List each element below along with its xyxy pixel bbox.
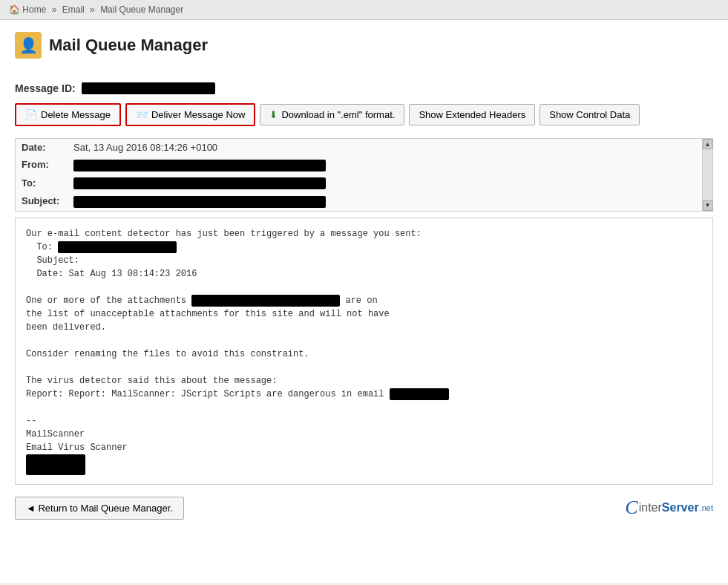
- to-redacted: [73, 177, 326, 189]
- body-line-7: the list of unacceptable attachments for…: [26, 307, 702, 321]
- body-line-12: The virus detector said this about the m…: [26, 374, 702, 388]
- body-line-1: Our e-mail content detector has just bee…: [26, 227, 702, 241]
- mail-icon: 👤: [19, 36, 38, 54]
- body-line-6: One or more of the attachments are on: [26, 294, 702, 307]
- from-redacted: [73, 160, 326, 171]
- email-body-panel: Our e-mail content detector has just bee…: [15, 218, 713, 485]
- message-id-label: Message ID:: [15, 82, 76, 94]
- to-value: [68, 174, 712, 193]
- breadcrumb: 🏠 Home » Email » Mail Queue Manager: [0, 0, 728, 20]
- subject-label: Subject:: [16, 192, 68, 211]
- email-headers-table: Date: Sat, 13 Aug 2016 08:14:26 +0100 Fr…: [16, 139, 712, 211]
- brand-c-icon: C: [625, 497, 637, 519]
- body-footer-redacted: [26, 454, 85, 475]
- deliver-message-button[interactable]: 📨 Deliver Message Now: [125, 103, 255, 126]
- body-line-2: To:: [26, 241, 702, 254]
- show-control-data-button[interactable]: Show Control Data: [540, 104, 640, 125]
- show-extended-headers-button[interactable]: Show Extended Headers: [409, 104, 535, 125]
- scroll-down-arrow[interactable]: ▼: [703, 200, 713, 211]
- subject-value: [68, 192, 712, 211]
- from-label: From:: [16, 156, 68, 174]
- brand-server-text: Server: [662, 501, 699, 514]
- footer-row: ◄ Return to Mail Queue Manager. C interS…: [15, 497, 713, 520]
- page-header: 👤 Mail Queue Manager: [15, 32, 713, 65]
- brand-logo: C interServer.net: [625, 497, 713, 519]
- header-date-row: Date: Sat, 13 Aug 2016 08:14:26 +0100: [16, 139, 712, 156]
- action-buttons: 📄 Delete Message 📨 Deliver Message Now ⬇…: [15, 103, 713, 126]
- body-line-16: MailScanner: [26, 428, 702, 441]
- brand-net-text: .net: [700, 503, 713, 512]
- return-button[interactable]: ◄ Return to Mail Queue Manager.: [15, 497, 184, 520]
- breadcrumb-email-link[interactable]: Email: [62, 4, 85, 15]
- delete-icon: 📄: [25, 109, 37, 120]
- body-report-redacted: [390, 388, 449, 400]
- body-line-11: [26, 361, 702, 374]
- body-line-8: been delivered.: [26, 321, 702, 334]
- subject-redacted: [73, 196, 326, 208]
- scroll-up-arrow[interactable]: ▲: [703, 139, 713, 149]
- breadcrumb-home-icon: 🏠: [9, 4, 20, 15]
- header-from-row: From:: [16, 156, 712, 174]
- email-header-panel: Date: Sat, 13 Aug 2016 08:14:26 +0100 Fr…: [15, 138, 713, 212]
- body-line-15: --: [26, 414, 702, 428]
- deliver-icon: 📨: [136, 109, 148, 120]
- download-eml-button[interactable]: ⬇ Download in ".eml" format.: [260, 104, 404, 125]
- body-attach-redacted: [191, 295, 340, 307]
- body-line-17: Email Virus Scanner: [26, 441, 702, 454]
- body-line-3: Subject:: [26, 254, 702, 267]
- body-line-14: [26, 401, 702, 414]
- body-line-13: Report: Report: MailScanner: JScript Scr…: [26, 388, 702, 401]
- body-line-18: [26, 454, 702, 475]
- body-line-4: Date: Sat Aug 13 08:14:23 2016: [26, 267, 702, 281]
- message-id-value: [82, 82, 215, 94]
- body-line-5: [26, 281, 702, 294]
- breadcrumb-sep2: »: [90, 4, 95, 15]
- date-value: Sat, 13 Aug 2016 08:14:26 +0100: [68, 139, 712, 156]
- breadcrumb-sep1: »: [52, 4, 57, 15]
- message-id-row: Message ID:: [15, 82, 713, 94]
- breadcrumb-current: Mail Queue Manager: [100, 4, 183, 15]
- to-label: To:: [16, 174, 68, 193]
- header-to-row: To:: [16, 174, 712, 193]
- body-to-redacted: [58, 241, 177, 253]
- header-subject-row: Subject:: [16, 192, 712, 211]
- body-line-10: Consider renaming the files to avoid thi…: [26, 347, 702, 361]
- from-value: [68, 156, 712, 174]
- date-label: Date:: [16, 139, 68, 156]
- brand-inter-text: inter: [639, 501, 662, 514]
- page-title: Mail Queue Manager: [49, 36, 208, 55]
- main-content: 👤 Mail Queue Manager Message ID: 📄 Delet…: [0, 20, 728, 583]
- page-icon: 👤: [15, 32, 42, 59]
- download-icon: ⬇: [269, 109, 278, 120]
- breadcrumb-home-link[interactable]: Home: [22, 4, 46, 15]
- delete-message-button[interactable]: 📄 Delete Message: [15, 103, 121, 126]
- body-line-9: [26, 334, 702, 347]
- scrollbar[interactable]: ▲ ▼: [702, 139, 712, 211]
